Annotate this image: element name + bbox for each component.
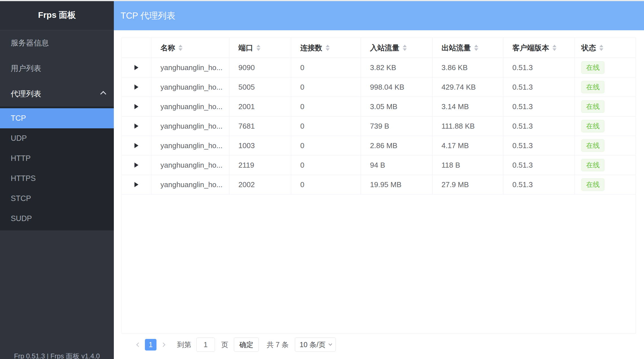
sidebar-item-label: HTTPS — [11, 174, 36, 183]
header-cell-traffic-out[interactable]: 出站流量 — [432, 38, 503, 58]
sidebar-item-http[interactable]: HTTP — [0, 148, 114, 168]
expand-row-icon[interactable] — [134, 163, 138, 168]
cell-name: yanghuanglin_ho... — [151, 58, 229, 77]
cell-traffic-in: 998.04 KB — [361, 77, 432, 97]
column-label: 客户端版本 — [512, 43, 549, 53]
expand-row-icon[interactable] — [134, 104, 138, 109]
sidebar-item-label: UDP — [11, 134, 27, 143]
status-badge: 在线 — [581, 120, 604, 132]
sort-icon[interactable] — [403, 45, 407, 51]
table-row: yanghuanglin_ho... 2001 0 3.05 MB 3.14 M… — [122, 97, 636, 116]
cell-expand — [122, 116, 151, 136]
table-header-row: 名称 端口 连接数 入站流量 — [122, 38, 636, 58]
status-badge: 在线 — [581, 81, 604, 93]
cell-traffic-out: 3.86 KB — [432, 58, 503, 77]
page-size-value: 10 条/页 — [300, 340, 326, 349]
cell-expand — [122, 155, 151, 175]
header-cell-traffic-in[interactable]: 入站流量 — [361, 38, 432, 58]
header-cell-connections[interactable]: 连接数 — [291, 38, 361, 58]
sidebar-item-proxy-list[interactable]: 代理列表 — [0, 81, 114, 107]
cell-connections: 0 — [291, 155, 361, 175]
page-unit-label: 页 — [221, 340, 228, 349]
cell-status: 在线 — [575, 155, 636, 175]
next-page-button[interactable] — [157, 343, 169, 346]
cell-expand — [122, 136, 151, 155]
expand-row-icon[interactable] — [134, 143, 138, 148]
frps-dashboard: Frps 面板 服务器信息 用户列表 代理列表 TCP UDP HTTP — [0, 0, 644, 359]
page-header: TCP 代理列表 — [114, 0, 644, 30]
cell-traffic-out: 4.17 MB — [432, 136, 503, 155]
prev-page-button[interactable] — [133, 343, 144, 346]
column-label: 入站流量 — [370, 43, 399, 53]
cell-traffic-out: 118 B — [432, 155, 503, 175]
page-title: TCP 代理列表 — [121, 10, 175, 22]
cell-connections: 0 — [291, 77, 361, 97]
header-cell-name[interactable]: 名称 — [151, 38, 229, 58]
cell-port: 7681 — [229, 116, 291, 136]
table-row: yanghuanglin_ho... 9090 0 3.82 KB 3.86 K… — [122, 58, 636, 77]
cell-name: yanghuanglin_ho... — [151, 175, 229, 194]
cell-port: 2001 — [229, 97, 291, 116]
status-badge: 在线 — [581, 139, 604, 152]
sort-icon[interactable] — [326, 45, 330, 51]
expand-row-icon[interactable] — [134, 182, 138, 187]
cell-connections: 0 — [291, 58, 361, 77]
sidebar-item-udp[interactable]: UDP — [0, 128, 114, 148]
cell-status: 在线 — [575, 77, 636, 97]
cell-client-version: 0.51.3 — [503, 77, 575, 97]
sidebar-item-tcp[interactable]: TCP — [0, 108, 114, 128]
cell-client-version: 0.51.3 — [503, 116, 575, 136]
cell-traffic-in: 739 B — [361, 116, 432, 136]
status-badge: 在线 — [581, 100, 604, 113]
cell-port: 2119 — [229, 155, 291, 175]
sort-icon[interactable] — [179, 45, 182, 51]
sidebar-item-sudp[interactable]: SUDP — [0, 209, 114, 229]
sort-icon[interactable] — [599, 45, 603, 51]
main-area: TCP 代理列表 名称 端口 连接数 — [114, 0, 644, 359]
chevron-left-icon — [136, 342, 141, 347]
chevron-up-icon — [100, 91, 106, 97]
sidebar-menu: 服务器信息 用户列表 代理列表 TCP UDP HTTP — [0, 30, 114, 230]
table-row: yanghuanglin_ho... 1003 0 2.86 MB 4.17 M… — [122, 136, 636, 155]
header-cell-client-version[interactable]: 客户端版本 — [503, 38, 575, 58]
page-input[interactable] — [196, 338, 215, 352]
expand-row-icon[interactable] — [134, 85, 138, 90]
table-body: yanghuanglin_ho... 9090 0 3.82 KB 3.86 K… — [122, 58, 636, 194]
sidebar-item-user-list[interactable]: 用户列表 — [0, 56, 114, 81]
column-label: 出站流量 — [441, 43, 471, 53]
sort-icon[interactable] — [256, 45, 260, 51]
total-count-label: 共 7 条 — [267, 340, 289, 349]
sidebar-item-https[interactable]: HTTPS — [0, 168, 114, 189]
content-area: 名称 端口 连接数 入站流量 — [114, 30, 644, 359]
status-badge: 在线 — [581, 61, 604, 74]
cell-port: 2002 — [229, 175, 291, 194]
confirm-button[interactable]: 确定 — [234, 338, 259, 352]
cell-client-version: 0.51.3 — [503, 97, 575, 116]
sidebar-item-label: 用户列表 — [11, 63, 105, 73]
header-cell-port[interactable]: 端口 — [229, 38, 291, 58]
cell-traffic-in: 94 B — [361, 155, 432, 175]
cell-expand — [122, 77, 151, 97]
cell-connections: 0 — [291, 136, 361, 155]
cell-port: 5005 — [229, 77, 291, 97]
header-cell-status[interactable]: 状态 — [575, 38, 636, 58]
cell-traffic-in: 3.82 KB — [361, 58, 432, 77]
cell-name: yanghuanglin_ho... — [151, 97, 229, 116]
expand-row-icon[interactable] — [134, 124, 138, 129]
status-badge: 在线 — [581, 178, 604, 191]
cell-status: 在线 — [575, 97, 636, 116]
cell-status: 在线 — [575, 136, 636, 155]
column-label: 连接数 — [300, 43, 322, 53]
expand-row-icon[interactable] — [134, 65, 138, 70]
sort-icon[interactable] — [474, 45, 478, 51]
cell-name: yanghuanglin_ho... — [151, 116, 229, 136]
cell-traffic-in: 2.86 MB — [361, 136, 432, 155]
sidebar-item-stcp[interactable]: STCP — [0, 189, 114, 209]
cell-expand — [122, 175, 151, 194]
page-size-select[interactable]: 10 条/页 — [295, 338, 336, 352]
sidebar-item-label: STCP — [11, 194, 31, 203]
page-number-button[interactable]: 1 — [145, 339, 156, 351]
cell-name: yanghuanglin_ho... — [151, 155, 229, 175]
sort-icon[interactable] — [552, 45, 556, 51]
sidebar-item-server-info[interactable]: 服务器信息 — [0, 30, 114, 56]
